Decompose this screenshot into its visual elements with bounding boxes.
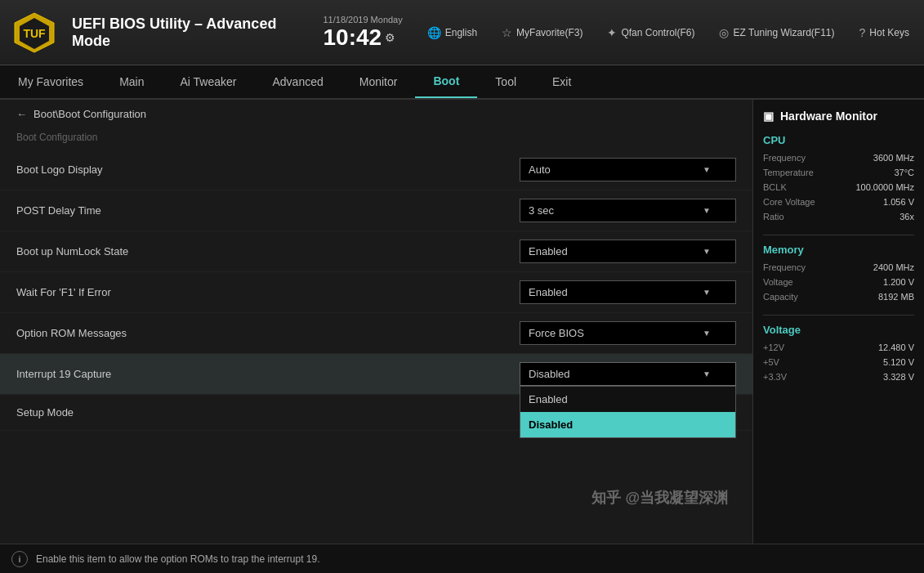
cpu-ratio-label: Ratio bbox=[763, 212, 784, 222]
divider-2 bbox=[763, 315, 914, 316]
setting-post-delay-time[interactable]: POST Delay Time 3 sec ▼ bbox=[0, 190, 752, 231]
memory-frequency-label: Frequency bbox=[763, 262, 806, 272]
eztuning-button[interactable]: ◎ EZ Tuning Wizard(F11) bbox=[714, 23, 839, 43]
select-interrupt-19-capture[interactable]: Disabled ▼ bbox=[520, 362, 736, 386]
dropdown-arrow-icon: ▼ bbox=[703, 288, 711, 297]
help-icon: ? bbox=[859, 26, 866, 39]
select-option-rom-value: Force BIOS bbox=[529, 327, 584, 339]
nav-advanced[interactable]: Advanced bbox=[254, 65, 341, 98]
hardware-monitor-sidebar: ▣ Hardware Monitor CPU Frequency 3600 MH… bbox=[752, 100, 924, 544]
setting-wait-f1-error[interactable]: Wait For 'F1' If Error Enabled ▼ bbox=[0, 272, 752, 313]
select-post-delay-time[interactable]: 3 sec ▼ bbox=[520, 199, 736, 222]
qfan-label: Qfan Control(F6) bbox=[621, 27, 694, 38]
select-wait-f1-error[interactable]: Enabled ▼ bbox=[520, 280, 736, 304]
select-boot-numlock-state[interactable]: Enabled ▼ bbox=[520, 239, 736, 263]
value-wait-f1-error[interactable]: Enabled ▼ bbox=[520, 280, 736, 304]
voltage-12v-label: +12V bbox=[763, 342, 784, 352]
hotkeys-label: Hot Keys bbox=[869, 27, 909, 38]
voltage-section: Voltage +12V 12.480 V +5V 5.120 V +3.3V … bbox=[763, 324, 914, 382]
cpu-core-voltage-label: Core Voltage bbox=[763, 197, 815, 207]
navbar: My Favorites Main Ai Tweaker Advanced Mo… bbox=[0, 65, 924, 100]
setting-interrupt-19-capture[interactable]: Interrupt 19 Capture Disabled ▼ Enabled … bbox=[0, 354, 752, 395]
nav-tool[interactable]: Tool bbox=[477, 65, 534, 98]
cpu-section: CPU Frequency 3600 MHz Temperature 37°C … bbox=[763, 134, 914, 222]
nav-main[interactable]: Main bbox=[101, 65, 162, 98]
cpu-bclk-value: 100.0000 MHz bbox=[855, 182, 914, 192]
header-datetime: 11/18/2019 Monday 10:42 ⚙ bbox=[323, 15, 402, 51]
select-wait-f1-value: Enabled bbox=[529, 286, 568, 298]
cpu-ratio-value: 36x bbox=[899, 212, 914, 222]
voltage-5v-value: 5.120 V bbox=[883, 357, 914, 367]
sidebar-title: ▣ Hardware Monitor bbox=[763, 110, 914, 123]
cpu-frequency-value: 3600 MHz bbox=[873, 153, 914, 163]
eztuning-label: EZ Tuning Wizard(F11) bbox=[733, 27, 834, 38]
memory-voltage-value: 1.200 V bbox=[883, 277, 914, 287]
voltage-section-title: Voltage bbox=[763, 324, 914, 336]
dropdown-option-disabled[interactable]: Disabled bbox=[520, 412, 735, 437]
memory-capacity-value: 8192 MB bbox=[878, 292, 914, 302]
hotkeys-button[interactable]: ? Hot Keys bbox=[855, 23, 914, 43]
sidebar-title-label: Hardware Monitor bbox=[780, 110, 877, 123]
label-option-rom-messages: Option ROM Messages bbox=[16, 327, 520, 339]
select-interrupt-19-value: Disabled bbox=[529, 368, 570, 380]
setting-option-rom-messages[interactable]: Option ROM Messages Force BIOS ▼ bbox=[0, 313, 752, 354]
cpu-section-title: CPU bbox=[763, 134, 914, 146]
value-post-delay-time[interactable]: 3 sec ▼ bbox=[520, 199, 736, 222]
select-option-rom-messages[interactable]: Force BIOS ▼ bbox=[520, 321, 736, 345]
cpu-frequency-stat: Frequency 3600 MHz bbox=[763, 153, 914, 163]
nav-exit[interactable]: Exit bbox=[534, 65, 589, 98]
cpu-temperature-value: 37°C bbox=[894, 168, 914, 177]
label-setup-mode: Setup Mode bbox=[16, 406, 520, 419]
section-label: Boot Configuration bbox=[0, 128, 752, 150]
select-post-delay-time-value: 3 sec bbox=[529, 204, 554, 217]
cpu-bclk-stat: BCLK 100.0000 MHz bbox=[763, 182, 914, 192]
nav-boot[interactable]: Boot bbox=[415, 65, 477, 98]
back-icon[interactable]: ← bbox=[16, 108, 27, 120]
main-layout: ← Boot\Boot Configuration Boot Configura… bbox=[0, 100, 924, 544]
statusbar: i Enable this item to allow the option R… bbox=[0, 544, 924, 573]
myfavorite-label: MyFavorite(F3) bbox=[516, 27, 583, 38]
select-boot-logo-display[interactable]: Auto ▼ bbox=[520, 158, 736, 181]
memory-frequency-stat: Frequency 2400 MHz bbox=[763, 262, 914, 272]
language-button[interactable]: 🌐 English bbox=[422, 23, 482, 43]
value-option-rom-messages[interactable]: Force BIOS ▼ bbox=[520, 321, 736, 345]
select-boot-numlock-value: Enabled bbox=[529, 245, 568, 257]
divider-1 bbox=[763, 235, 914, 235]
dropdown-arrow-icon: ▼ bbox=[703, 165, 711, 174]
voltage-12v-value: 12.480 V bbox=[878, 342, 914, 352]
memory-capacity-label: Capacity bbox=[763, 292, 798, 302]
setting-boot-logo-display[interactable]: Boot Logo Display Auto ▼ bbox=[0, 150, 752, 190]
memory-voltage-stat: Voltage 1.200 V bbox=[763, 277, 914, 287]
settings-gear-icon[interactable]: ⚙ bbox=[385, 31, 395, 44]
memory-frequency-value: 2400 MHz bbox=[873, 262, 914, 272]
logo: TUF bbox=[10, 8, 59, 57]
setting-boot-numlock-state[interactable]: Boot up NumLock State Enabled ▼ bbox=[0, 231, 752, 272]
label-interrupt-19-capture: Interrupt 19 Capture bbox=[16, 368, 520, 380]
nav-monitor[interactable]: Monitor bbox=[341, 65, 416, 98]
dropdown-option-enabled[interactable]: Enabled bbox=[520, 387, 735, 412]
favorite-icon: ☆ bbox=[502, 26, 512, 39]
memory-voltage-label: Voltage bbox=[763, 277, 793, 287]
label-post-delay-time: POST Delay Time bbox=[16, 204, 520, 217]
voltage-3v-value: 3.328 V bbox=[883, 372, 914, 382]
cpu-core-voltage-value: 1.056 V bbox=[883, 197, 914, 207]
memory-section: Memory Frequency 2400 MHz Voltage 1.200 … bbox=[763, 244, 914, 302]
value-boot-numlock-state[interactable]: Enabled ▼ bbox=[520, 239, 736, 263]
qfan-button[interactable]: ✦ Qfan Control(F6) bbox=[602, 23, 699, 43]
memory-section-title: Memory bbox=[763, 244, 914, 256]
nav-my-favorites[interactable]: My Favorites bbox=[0, 65, 101, 98]
value-boot-logo-display[interactable]: Auto ▼ bbox=[520, 158, 736, 181]
myfavorite-button[interactable]: ☆ MyFavorite(F3) bbox=[497, 23, 587, 43]
language-label: English bbox=[445, 27, 477, 38]
header: TUF UEFI BIOS Utility – Advanced Mode 11… bbox=[0, 0, 924, 65]
memory-capacity-stat: Capacity 8192 MB bbox=[763, 292, 914, 302]
cpu-ratio-stat: Ratio 36x bbox=[763, 212, 914, 222]
label-boot-numlock-state: Boot up NumLock State bbox=[16, 245, 520, 257]
fan-icon: ✦ bbox=[607, 26, 617, 39]
label-wait-f1-error: Wait For 'F1' If Error bbox=[16, 286, 520, 298]
select-boot-logo-display-value: Auto bbox=[529, 163, 551, 176]
nav-ai-tweaker[interactable]: Ai Tweaker bbox=[162, 65, 254, 98]
value-interrupt-19-capture[interactable]: Disabled ▼ Enabled Disabled bbox=[520, 362, 736, 386]
info-icon: i bbox=[11, 551, 28, 567]
breadcrumb-path: Boot\Boot Configuration bbox=[33, 108, 146, 120]
